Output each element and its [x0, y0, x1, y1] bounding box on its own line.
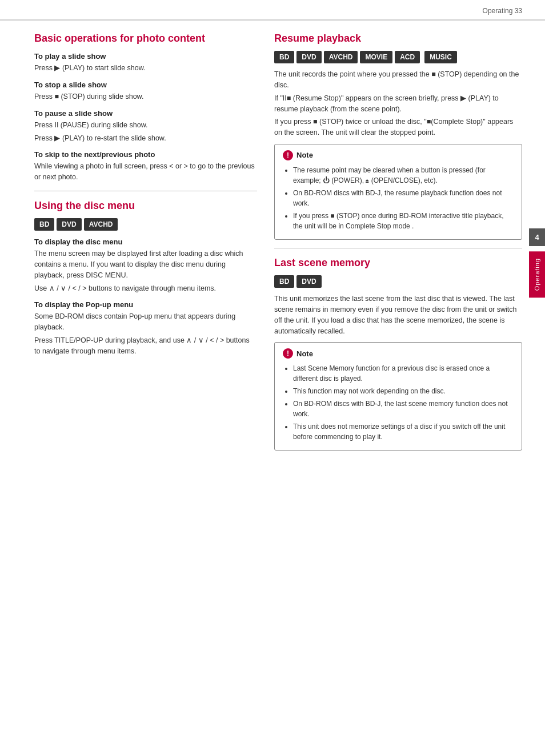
- last-scene-note-item-1: Last Scene Memory function for a previou…: [293, 363, 514, 384]
- subsection-display-disc-menu: To display the disc menu The menu screen…: [34, 238, 257, 293]
- section-disc-menu: Using the disc menu BD DVD AVCHD To disp…: [34, 199, 257, 356]
- resume-note-item-2: On BD-ROM discs with BD-J, the resume pl…: [293, 188, 514, 208]
- pause-slideshow-line1: Press II (PAUSE) during slide show.: [34, 120, 257, 131]
- badge-dvd-resume: DVD: [296, 51, 321, 63]
- badge-acd-resume: ACD: [395, 51, 420, 63]
- play-slideshow-heading: To play a slide show: [34, 52, 257, 61]
- resume-note-header: ! Note: [283, 150, 514, 160]
- section-basic-photo: Basic operations for photo content To pl…: [34, 32, 257, 183]
- section-basic-photo-title: Basic operations for photo content: [34, 32, 257, 45]
- resume-badges: BD DVD AVCHD MOVIE ACD MUSIC: [274, 51, 522, 63]
- popup-menu-heading: To display the Pop-up menu: [34, 300, 257, 309]
- resume-note-box: ! Note The resume point may be cleared w…: [274, 144, 522, 240]
- page-header: Operating 33: [0, 0, 545, 21]
- section-last-scene: Last scene memory BD DVD This unit memor…: [274, 256, 522, 451]
- display-disc-menu-text1: The menu screen may be displayed first a…: [34, 248, 257, 280]
- left-column: Basic operations for photo content To pl…: [34, 32, 257, 459]
- badge-bd-resume: BD: [274, 51, 294, 63]
- last-scene-note-item-3: On BD-ROM discs with BD-J, the last scen…: [293, 399, 514, 419]
- badge-avchd-resume: AVCHD: [324, 51, 358, 63]
- main-content: Basic operations for photo content To pl…: [0, 21, 545, 470]
- stop-slideshow-heading: To stop a slide show: [34, 81, 257, 89]
- subsection-skip-photo: To skip to the next/previous photo While…: [34, 150, 257, 183]
- disc-menu-badges: BD DVD AVCHD: [34, 218, 257, 231]
- section-last-scene-title: Last scene memory: [274, 256, 522, 270]
- section-resume-playback: Resume playback BD DVD AVCHD MOVIE ACD M…: [274, 32, 522, 240]
- popup-menu-text1: Some BD-ROM discs contain Pop-up menu th…: [34, 311, 257, 333]
- divider-1: [34, 191, 257, 191]
- page: Operating 33 4 Operating Basic operation…: [0, 0, 545, 756]
- side-tab-label: Operating: [529, 251, 545, 297]
- display-disc-menu-text2: Use ∧ / ∨ / < / > buttons to navigate th…: [34, 283, 257, 294]
- page-number-tab: 4: [529, 228, 545, 246]
- pause-slideshow-heading: To pause a slide show: [34, 109, 257, 118]
- stop-slideshow-text: Press ■ (STOP) during slide show.: [34, 91, 257, 102]
- header-text: Operating 33: [483, 7, 522, 15]
- resume-para3: If you press ■ (STOP) twice or unload th…: [274, 116, 522, 138]
- subsection-popup-menu: To display the Pop-up menu Some BD-ROM d…: [34, 300, 257, 356]
- page-number: 4: [535, 233, 539, 242]
- last-scene-badges: BD DVD: [274, 275, 522, 288]
- badge-movie-resume: MOVIE: [360, 51, 392, 63]
- pause-slideshow-line2: Press ▶ (PLAY) to re-start the slide sho…: [34, 133, 257, 144]
- play-slideshow-text: Press ▶ (PLAY) to start slide show.: [34, 63, 257, 74]
- last-scene-note-icon: !: [283, 348, 293, 359]
- skip-photo-text: While viewing a photo in full screen, pr…: [34, 161, 257, 183]
- section-disc-menu-title: Using the disc menu: [34, 199, 257, 212]
- display-disc-menu-heading: To display the disc menu: [34, 238, 257, 246]
- resume-note-icon: !: [283, 150, 293, 160]
- resume-note-item-3: If you press ■ (STOP) once during BD-ROM…: [293, 211, 514, 231]
- badge-dvd-last: DVD: [296, 275, 321, 288]
- last-scene-para1: This unit memorizes the last scene from …: [274, 293, 522, 336]
- last-scene-note-item-2: This function may not work depending on …: [293, 386, 514, 396]
- last-scene-note-box: ! Note Last Scene Memory function for a …: [274, 342, 522, 451]
- subsection-stop-slideshow: To stop a slide show Press ■ (STOP) duri…: [34, 81, 257, 102]
- badge-music-resume: MUSIC: [424, 51, 457, 63]
- subsection-pause-slideshow: To pause a slide show Press II (PAUSE) d…: [34, 109, 257, 144]
- last-scene-note-title: Note: [296, 349, 313, 358]
- badge-avchd: AVCHD: [84, 218, 118, 231]
- badge-bd: BD: [34, 218, 54, 231]
- resume-note-item-1: The resume point may be cleared when a b…: [293, 165, 514, 186]
- subsection-play-slideshow: To play a slide show Press ▶ (PLAY) to s…: [34, 52, 257, 74]
- skip-photo-heading: To skip to the next/previous photo: [34, 150, 257, 159]
- popup-menu-text2: Press TITLE/POP-UP during playback, and …: [34, 335, 257, 357]
- last-scene-note-item-4: This unit does not memorize settings of …: [293, 421, 514, 442]
- badge-bd-last: BD: [274, 275, 294, 288]
- last-scene-note-list: Last Scene Memory function for a previou…: [283, 363, 514, 442]
- badge-dvd: DVD: [57, 218, 81, 231]
- right-column: Resume playback BD DVD AVCHD MOVIE ACD M…: [274, 32, 522, 459]
- divider-2: [274, 248, 522, 248]
- resume-para1: The unit records the point where you pre…: [274, 69, 522, 91]
- resume-note-list: The resume point may be cleared when a b…: [283, 165, 514, 231]
- last-scene-note-header: ! Note: [283, 348, 514, 359]
- section-resume-title: Resume playback: [274, 32, 522, 45]
- resume-para2: If "II■ (Resume Stop)" appears on the sc…: [274, 93, 522, 115]
- resume-note-title: Note: [296, 151, 313, 159]
